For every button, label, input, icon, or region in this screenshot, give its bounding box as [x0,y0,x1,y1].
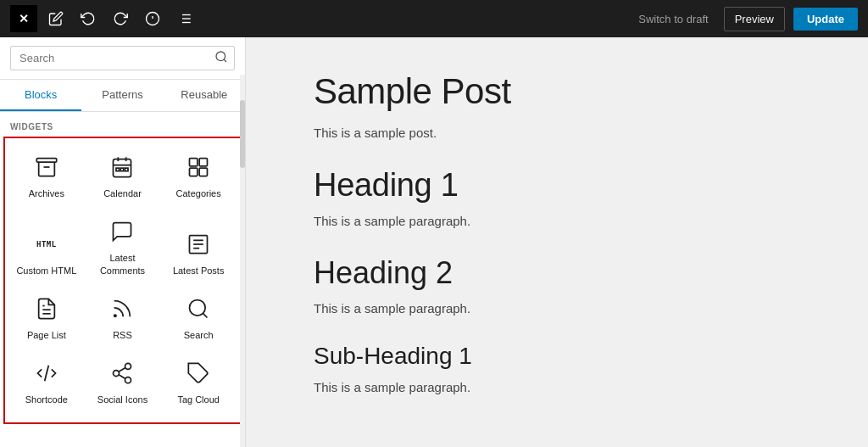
widgets-section: Archives Calendar Categori [3,137,242,424]
paragraph-3: This is a sample paragraph. [314,380,800,394]
tag-cloud-label: Tag Cloud [177,394,220,405]
svg-rect-17 [116,168,120,171]
calendar-icon [107,152,137,182]
sidebar-scrollbar-thumb [240,100,245,168]
latest-posts-label: Latest Posts [173,265,225,277]
list-icon [177,11,192,26]
shortcode-label: Shortcode [25,394,68,405]
custom-html-label: Custom HTML [16,265,76,277]
archives-label: Archives [29,187,64,199]
rss-label: RSS [113,329,132,341]
block-item-latest-posts[interactable]: Latest Posts [160,206,236,283]
svg-point-34 [125,364,131,370]
archives-icon [31,152,62,182]
shortcode-icon [31,358,62,388]
block-item-shortcode[interactable]: Shortcode [8,348,85,412]
preview-button[interactable]: Preview [724,7,785,31]
tag-cloud-icon [183,358,214,388]
svg-rect-22 [190,168,198,176]
svg-point-31 [190,299,206,316]
latest-comments-label: Latest Comments [90,252,156,277]
redo-icon [113,11,128,26]
tab-blocks[interactable]: Blocks [0,80,81,111]
svg-rect-23 [199,168,207,176]
block-item-categories[interactable]: Categories [160,142,236,206]
svg-rect-21 [199,159,207,166]
info-button[interactable] [139,5,166,32]
content-area: Sample Post This is a sample post. Headi… [246,37,868,447]
widgets-section-label: WIDGETS [0,112,245,137]
toolbar-left: ✕ [10,5,198,32]
list-view-button[interactable] [171,5,198,32]
svg-line-32 [203,313,208,317]
block-item-rss[interactable]: RSS [85,283,161,348]
info-icon [145,11,160,26]
block-item-social-icons[interactable]: Social Icons [85,348,161,412]
search-input[interactable] [10,46,235,70]
calendar-label: Calendar [103,187,142,199]
pencil-icon [48,11,64,26]
svg-point-9 [216,52,225,61]
blocks-grid: Archives Calendar Categori [5,138,240,416]
rss-icon [107,293,137,324]
search-block-label: Search [184,329,214,341]
main-layout: Blocks Patterns Reusable WIDGETS Archive… [0,37,868,447]
page-list-icon [31,293,62,324]
comments-icon [107,216,137,247]
close-button[interactable]: ✕ [10,5,37,32]
paragraph-2: This is a sample paragraph. [314,301,800,316]
redo-button[interactable] [107,5,134,32]
svg-rect-18 [121,168,125,171]
block-item-latest-comments[interactable]: Latest Comments [85,206,161,283]
undo-button[interactable] [75,5,102,32]
sidebar-scrollbar[interactable] [240,75,245,447]
social-icons-label: Social Icons [97,394,147,405]
block-item-page-list[interactable]: Page List [8,283,85,348]
post-title: Sample Post [314,71,800,112]
block-item-search[interactable]: Search [160,283,236,348]
page-list-label: Page List [27,329,66,341]
svg-line-33 [44,366,48,382]
sub-heading-1: Sub-Heading 1 [314,343,800,370]
latest-posts-icon [183,229,214,260]
svg-point-35 [114,371,120,377]
tab-reusable[interactable]: Reusable [164,80,245,111]
undo-icon [81,11,96,26]
block-item-calendar[interactable]: Calendar [85,142,161,206]
categories-label: Categories [176,187,221,199]
search-block-icon [183,293,214,324]
top-toolbar: ✕ Switch to draft Preview Update [0,0,868,37]
tabs-row: Blocks Patterns Reusable [0,80,245,112]
svg-point-30 [114,315,116,316]
sidebar-content: WIDGETS Archives Cale [0,112,245,447]
edit-icon-button[interactable] [42,5,70,32]
sidebar: Blocks Patterns Reusable WIDGETS Archive… [0,37,246,447]
html-icon: HTML [31,229,62,260]
svg-rect-20 [190,159,198,166]
block-item-archives[interactable]: Archives [8,142,85,206]
paragraph-1: This is a sample paragraph. [314,214,800,228]
update-button[interactable]: Update [793,8,858,31]
search-icon [214,50,228,64]
post-intro: This is a sample post. [314,126,800,140]
heading-1: Heading 1 [314,167,800,204]
heading-2: Heading 2 [314,255,800,291]
svg-line-10 [224,59,226,62]
block-item-custom-html[interactable]: HTML Custom HTML [8,206,85,283]
svg-line-38 [120,368,126,372]
toolbar-right: Switch to draft Preview Update [632,7,858,31]
svg-line-37 [120,375,126,379]
svg-rect-19 [125,168,129,171]
tab-patterns[interactable]: Patterns [81,80,163,111]
search-submit-button[interactable] [214,50,228,66]
social-icons-icon [107,358,137,388]
block-item-tag-cloud[interactable]: Tag Cloud [160,348,236,412]
search-bar [0,37,245,80]
categories-icon [183,152,214,182]
svg-rect-11 [36,159,56,163]
switch-to-draft-button[interactable]: Switch to draft [632,8,715,31]
svg-point-36 [125,377,131,383]
